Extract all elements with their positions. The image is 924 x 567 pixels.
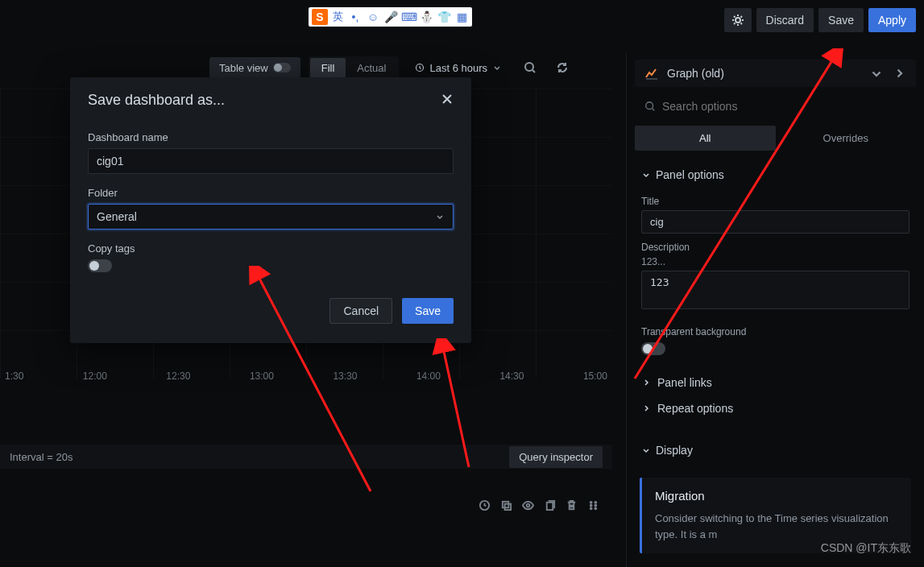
panel-options-header[interactable]: Panel options bbox=[641, 162, 909, 188]
copy-tags-label: Copy tags bbox=[88, 242, 454, 255]
panel-options-section: Panel options Title Description 123... T… bbox=[627, 154, 924, 429]
fill-option[interactable]: Fill bbox=[310, 58, 346, 78]
ime-mic-icon[interactable]: 🎤 bbox=[383, 10, 398, 23]
visualization-picker[interactable]: Graph (old) bbox=[635, 60, 916, 87]
query-inspector-button[interactable]: Query inspector bbox=[509, 446, 603, 468]
modal-save-button[interactable]: Save bbox=[402, 298, 454, 324]
transparent-label: Transparent background bbox=[641, 326, 909, 337]
search-icon bbox=[524, 61, 537, 74]
watermark: CSDN @IT东东歌 bbox=[821, 541, 911, 556]
folder-value: General bbox=[97, 210, 137, 223]
chevron-down-icon bbox=[869, 66, 884, 81]
ime-lang[interactable]: 英 bbox=[331, 10, 345, 24]
svg-point-6 bbox=[527, 503, 530, 507]
modal-footer: Cancel Save bbox=[70, 275, 471, 324]
svg-point-9 bbox=[590, 504, 592, 506]
time-range-label: Last 6 hours bbox=[429, 62, 487, 74]
svg-rect-7 bbox=[547, 502, 553, 509]
description-label: Description bbox=[641, 242, 909, 253]
display-label: Display bbox=[656, 444, 693, 457]
ime-toolbox-icon[interactable]: ▦ bbox=[454, 10, 469, 23]
options-sidebar: Graph (old) All Overrides Panel options … bbox=[626, 53, 924, 567]
svg-point-13 bbox=[595, 507, 596, 509]
x-tick: 13:30 bbox=[333, 370, 357, 382]
x-tick: 1:30 bbox=[5, 370, 23, 382]
panel-links-label: Panel links bbox=[657, 376, 712, 389]
svg-point-14 bbox=[646, 102, 653, 110]
copy-icon[interactable] bbox=[544, 499, 556, 511]
dashboard-name-input[interactable] bbox=[88, 148, 454, 174]
search-icon bbox=[644, 101, 656, 112]
svg-point-10 bbox=[590, 507, 592, 509]
fill-actual-switch: Fill Actual bbox=[309, 56, 400, 80]
sogou-logo-icon: S bbox=[312, 9, 328, 25]
cancel-button[interactable]: Cancel bbox=[329, 298, 392, 324]
save-button[interactable]: Save bbox=[818, 8, 864, 32]
migration-text: Consider switching to the Time series vi… bbox=[655, 511, 898, 542]
display-header[interactable]: Display bbox=[641, 437, 909, 463]
transparent-toggle[interactable] bbox=[641, 342, 665, 355]
discard-button[interactable]: Discard bbox=[756, 8, 814, 32]
modal-title: Save dashboard as... bbox=[88, 92, 225, 109]
chevron-down-icon bbox=[641, 445, 651, 455]
drag-icon[interactable] bbox=[587, 499, 599, 511]
ime-shirt-icon[interactable]: 👕 bbox=[437, 10, 451, 23]
ime-punct-icon[interactable]: •, bbox=[348, 10, 363, 23]
description-preview: 123... bbox=[641, 256, 909, 267]
ime-toolbar[interactable]: S 英 •, ☺ 🎤 ⌨ ⛄ 👕 ▦ bbox=[309, 7, 472, 27]
svg-point-2 bbox=[525, 63, 533, 71]
svg-point-8 bbox=[590, 501, 592, 503]
viz-name: Graph (old) bbox=[667, 67, 861, 80]
settings-button[interactable] bbox=[724, 8, 752, 32]
actual-option[interactable]: Actual bbox=[346, 58, 397, 78]
tab-all[interactable]: All bbox=[635, 126, 776, 151]
query-header-row: Interval = 20s Query inspector bbox=[0, 445, 612, 469]
time-range-picker[interactable]: Last 6 hours bbox=[407, 57, 510, 79]
search-options[interactable] bbox=[635, 93, 916, 119]
save-dashboard-modal: Save dashboard as... Dashboard name Fold… bbox=[70, 77, 471, 343]
panel-links-row[interactable]: Panel links bbox=[641, 370, 909, 395]
title-input[interactable] bbox=[641, 210, 909, 234]
title-label: Title bbox=[641, 196, 909, 207]
x-tick: 14:30 bbox=[499, 370, 524, 382]
migration-title: Migration bbox=[655, 489, 898, 503]
chevron-right-icon bbox=[641, 404, 651, 413]
ime-skin-icon[interactable]: ⛄ bbox=[419, 10, 433, 23]
zoom-out-button[interactable] bbox=[518, 56, 542, 80]
repeat-options-label: Repeat options bbox=[657, 402, 733, 415]
dashboard-name-label: Dashboard name bbox=[88, 131, 454, 143]
modal-close-button[interactable] bbox=[441, 93, 454, 108]
folder-select[interactable]: General bbox=[88, 204, 454, 230]
chevron-down-icon bbox=[492, 63, 502, 72]
sidebar-tabs: All Overrides bbox=[635, 126, 916, 151]
description-textarea[interactable] bbox=[641, 271, 909, 309]
duplicate-icon[interactable] bbox=[500, 499, 512, 511]
x-tick: 13:00 bbox=[250, 370, 274, 382]
ime-keyboard-icon[interactable]: ⌨ bbox=[401, 10, 416, 23]
table-view-toggle[interactable]: Table view bbox=[209, 57, 300, 79]
refresh-button[interactable] bbox=[550, 56, 574, 80]
repeat-options-row[interactable]: Repeat options bbox=[641, 395, 909, 421]
svg-point-11 bbox=[595, 501, 596, 503]
svg-point-12 bbox=[595, 504, 596, 506]
gear-icon bbox=[731, 14, 744, 27]
search-options-input[interactable] bbox=[662, 100, 906, 113]
folder-label: Folder bbox=[88, 187, 454, 199]
x-tick: 12:30 bbox=[166, 370, 190, 382]
chevron-right-icon bbox=[892, 66, 906, 81]
x-tick: 15:00 bbox=[583, 370, 607, 382]
chevron-right-icon bbox=[641, 378, 651, 387]
tab-overrides[interactable]: Overrides bbox=[776, 126, 917, 151]
chevron-down-icon bbox=[641, 170, 651, 180]
apply-button[interactable]: Apply bbox=[868, 8, 916, 32]
query-actions bbox=[0, 493, 612, 517]
eye-icon[interactable] bbox=[522, 499, 534, 511]
clock-icon bbox=[415, 63, 425, 72]
clock-icon[interactable] bbox=[479, 499, 491, 511]
copy-tags-toggle[interactable] bbox=[88, 259, 112, 272]
x-axis-ticks: 1:30 12:00 12:30 13:00 13:30 14:00 14:30… bbox=[0, 370, 612, 382]
close-icon bbox=[441, 93, 454, 106]
ime-smiley-icon[interactable]: ☺ bbox=[366, 10, 380, 23]
trash-icon[interactable] bbox=[566, 499, 578, 511]
panel-options-label: Panel options bbox=[656, 168, 724, 181]
